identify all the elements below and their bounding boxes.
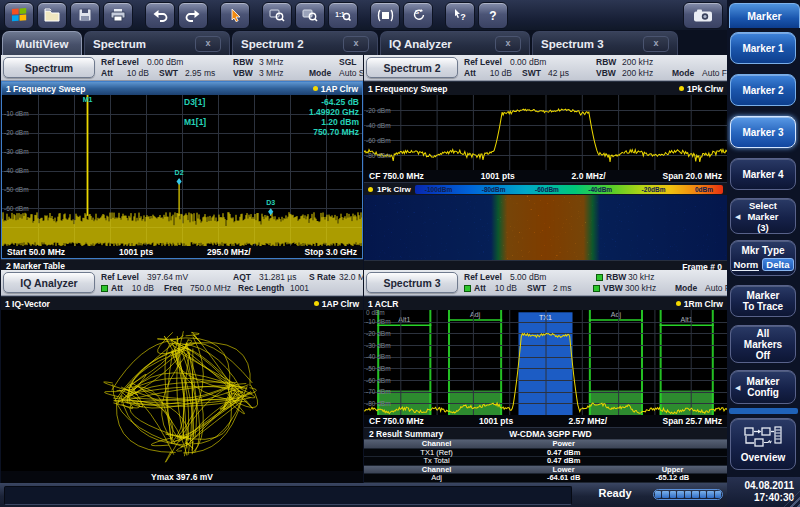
spectrum3-channel-bar: Spectrum 3 Ref Level5.00 dBm RBW30 kHz A…	[364, 270, 727, 296]
colorbar-label: -40dBm	[588, 186, 612, 193]
softkey-menu-title: Marker	[729, 3, 800, 28]
panel-spectrum1: Spectrum Ref Level0.00 dBm RBW3 MHz SGL …	[1, 55, 363, 270]
svg-text:Adj: Adj	[470, 311, 481, 319]
spectrum2-channel-button[interactable]: Spectrum 2	[366, 57, 458, 78]
softkey-marker-3[interactable]: Marker 3	[730, 116, 796, 148]
result-summary-title-bar[interactable]: 2 Result Summary W-CDMA 3GPP FWD	[364, 427, 727, 439]
spectrum2-channel-bar: Spectrum 2 Ref Level0.00 dBm RBW200 kHz …	[364, 55, 727, 81]
chevron-left-icon: ◀	[735, 382, 740, 393]
close-icon[interactable]: x	[495, 36, 521, 52]
panel-spectrum2: Spectrum 2 Ref Level0.00 dBm RBW200 kHz …	[364, 55, 727, 270]
trace2-legend: 1Pk Clrw	[679, 84, 723, 94]
status-led	[101, 285, 108, 292]
time-label: 17:40:30	[727, 492, 794, 504]
softkey-separator	[729, 408, 798, 414]
colorbar-label: -60dBm	[535, 186, 559, 193]
iq-window-title[interactable]: 1 IQ-Vector 1AP Clrw	[1, 296, 363, 310]
open-file-icon[interactable]	[37, 2, 67, 29]
result-summary-table: ChannelPower TX1 (Ref)0.47 dBm Tx Total0…	[364, 439, 727, 486]
colorbar-label: -100dBm	[425, 186, 452, 193]
spectrum1-plot[interactable]: M1D2D3 D3[1]-64.25 dB 1.49920 GHz M1[1]1…	[2, 95, 362, 246]
overview-icon	[744, 426, 782, 450]
marker-readout: D3[1]-64.25 dB 1.49920 GHz M1[1]1.20 dBm…	[184, 97, 359, 137]
context-help-icon[interactable]: ?	[445, 2, 475, 29]
aclr-window-title[interactable]: 1 ACLR 1Rm Clrw	[364, 296, 727, 310]
trace-color-icon	[679, 86, 684, 91]
close-icon[interactable]: x	[343, 36, 369, 52]
close-icon[interactable]: x	[195, 36, 221, 52]
tab-multiview[interactable]: MultiView	[2, 31, 82, 55]
spectrogram-legend-bar: 1Pk Clrw -100dBm-80dBm-60dBm-40dBm-20dBm…	[364, 182, 727, 195]
spectrum1-channel-button[interactable]: Spectrum	[3, 57, 95, 78]
windows-logo-icon[interactable]	[4, 2, 34, 29]
tab-iq-analyzer[interactable]: IQ Analyzerx	[380, 31, 530, 55]
fit-display-icon[interactable]	[370, 2, 400, 29]
trace-color-icon	[314, 301, 319, 306]
spectrum2-settings: Ref Level0.00 dBm RBW200 kHz Att10 dB SW…	[458, 57, 737, 78]
aclr-plot[interactable]: Alt1AdjTX1AdjAlt1 0 dBm-10 dBm-20 dBm-30…	[364, 310, 727, 415]
screenshot-button[interactable]	[683, 2, 723, 29]
svg-text:?: ?	[489, 9, 496, 23]
softkey-marker-2[interactable]: Marker 2	[730, 74, 796, 106]
spectrum3-channel-button[interactable]: Spectrum 3	[366, 272, 458, 293]
zoom-one-to-one-icon[interactable]: 1:1	[328, 2, 358, 29]
sequencer-icon[interactable]: S	[403, 2, 433, 29]
redo-icon[interactable]	[178, 2, 208, 29]
analyzer-screen: { "colors":{"trace_yellow":"#ecd800","ma…	[0, 0, 800, 507]
svg-text:Adj: Adj	[611, 311, 622, 319]
svg-text:M1: M1	[83, 96, 93, 103]
trace-color-icon	[313, 86, 318, 91]
softkey-marker-1[interactable]: Marker 1	[730, 32, 796, 64]
softkey-all-markers-off[interactable]: All Markers Off	[730, 325, 796, 363]
panel-spectrum3: Spectrum 3 Ref Level5.00 dBm RBW30 kHz A…	[364, 270, 727, 483]
colorbar-label: -20dBm	[642, 186, 666, 193]
select-pointer-icon[interactable]	[220, 2, 250, 29]
softkey-marker-to-trace[interactable]: Marker To Trace	[730, 285, 796, 317]
status-led	[593, 285, 600, 292]
tab-spectrum[interactable]: Spectrumx	[84, 31, 230, 55]
undo-icon[interactable]	[145, 2, 175, 29]
iq-ymax-bar: Ymax 397.6 mV	[1, 471, 363, 483]
save-icon[interactable]	[70, 2, 100, 29]
channel-tab-bar: MultiView Spectrumx Spectrum 2x IQ Analy…	[0, 30, 727, 55]
tab-spectrum2[interactable]: Spectrum 2x	[232, 31, 378, 55]
softkey-select-marker[interactable]: ◀Select Marker (3)	[730, 198, 796, 234]
print-icon[interactable]	[103, 2, 133, 29]
tab-spectrum3[interactable]: Spectrum 3x	[532, 31, 678, 55]
datetime-display: 04.08.2011 17:40:30	[727, 477, 800, 507]
spectrum2-plot[interactable]: -20 dBm-40 dBm-60 dBm-80 dBm	[364, 95, 727, 170]
close-icon[interactable]: x	[643, 36, 669, 52]
spectrum1-axis-bar: Start 50.0 MHz1001 pts295.0 MHz/Stop 3.0…	[2, 246, 362, 258]
zoom-marker-icon[interactable]	[262, 2, 292, 29]
trace1-legend: 1AP Clrw	[313, 84, 358, 94]
overview-button[interactable]: Overview	[730, 418, 796, 470]
toolbar: 1:1 S ? ?	[0, 0, 727, 30]
softkey-mkr-type[interactable]: Mkr Type Norm Delta	[730, 240, 796, 276]
chevron-left-icon: ◀	[735, 211, 740, 222]
aclr-axis-bar: CF 750.0 MHz1001 pts2.57 MHz/Span 25.7 M…	[364, 415, 727, 427]
iq-channel-button[interactable]: IQ Analyzer	[3, 272, 95, 293]
colorbar-label: -80dBm	[482, 186, 506, 193]
softkey-sidebar: Marker Marker 1 Marker 2 Marker 3 Marker…	[727, 0, 800, 507]
softkey-marker-4[interactable]: Marker 4	[730, 158, 796, 190]
mkr-type-norm[interactable]: Norm	[732, 259, 759, 271]
help-icon[interactable]: ?	[478, 2, 508, 29]
mkr-type-delta[interactable]: Delta	[762, 258, 793, 271]
iq-vector-plot[interactable]	[1, 310, 363, 471]
status-bar: Ready	[0, 483, 727, 507]
trace-color-icon	[368, 187, 373, 192]
iq-channel-bar: IQ Analyzer Ref Level397.64 mV AQT31.281…	[1, 270, 363, 296]
zoom-window-icon[interactable]	[295, 2, 325, 29]
softkey-marker-config[interactable]: ◀Marker Config	[730, 370, 796, 404]
spectrogram-colorbar: -100dBm-80dBm-60dBm-40dBm-20dBm0dBm	[415, 185, 723, 194]
panel-iq-analyzer: IQ Analyzer Ref Level397.64 mV AQT31.281…	[1, 270, 363, 483]
spectrogram-plot[interactable]	[364, 195, 727, 260]
svg-text:?: ?	[460, 12, 466, 22]
table-header: ChannelPower	[364, 440, 727, 449]
spectrum2-window-title[interactable]: 1 Frequency Sweep 1Pk Clrw	[364, 81, 727, 95]
spectrum1-window-title[interactable]: 1 Frequency Sweep 1AP Clrw	[2, 82, 362, 95]
svg-text:D3: D3	[266, 199, 275, 206]
spectrum1-settings: Ref Level0.00 dBm RBW3 MHz SGL Att10 dB …	[95, 57, 385, 78]
svg-text:D2: D2	[175, 169, 184, 176]
date-label: 04.08.2011	[727, 480, 794, 492]
